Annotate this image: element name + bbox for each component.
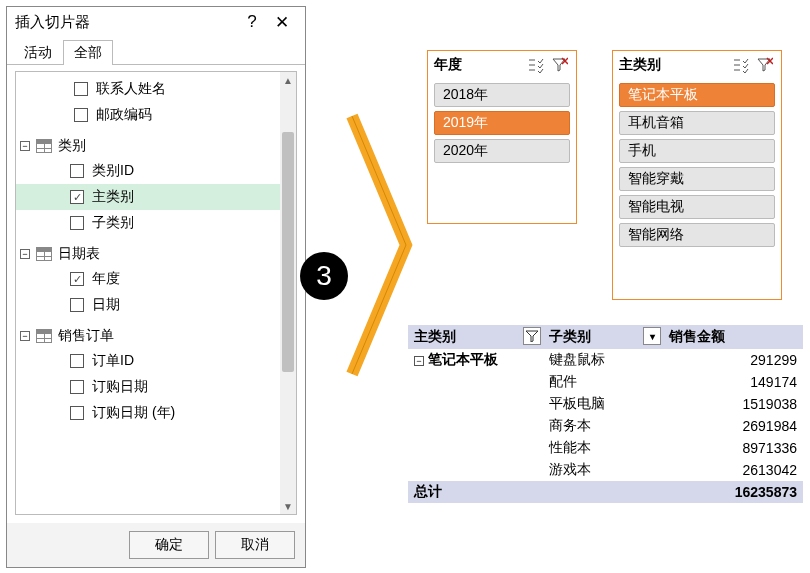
checkbox-unchecked-icon[interactable] <box>74 82 88 96</box>
scroll-down-icon[interactable]: ▼ <box>280 498 296 514</box>
slicer-item[interactable]: 智能穿戴 <box>619 167 775 191</box>
pivot-amount-value: 291299 <box>663 349 803 371</box>
tab-all[interactable]: 全部 <box>63 40 113 65</box>
group-header[interactable]: − 类别 <box>16 134 280 158</box>
field-row[interactable]: 类别ID <box>16 158 280 184</box>
pivot-data-row: 配件149174 <box>408 371 803 393</box>
slicer-item[interactable]: 2020年 <box>434 139 570 163</box>
slicer-item[interactable]: 2018年 <box>434 83 570 107</box>
slicer-header: 年度 <box>428 51 576 79</box>
pivot-total-row: 总计 16235873 <box>408 481 803 503</box>
slicer-body: 2018年 2019年 2020年 <box>428 79 576 223</box>
dialog-title-bar: 插入切片器 ? ✕ <box>7 7 305 37</box>
slicer-year[interactable]: 年度 2018年 2019年 2020年 <box>427 50 577 224</box>
cancel-button[interactable]: 取消 <box>215 531 295 559</box>
filter-dropdown-icon[interactable] <box>523 327 541 345</box>
slicer-item[interactable]: 智能电视 <box>619 195 775 219</box>
checkbox-unchecked-icon[interactable] <box>70 380 84 394</box>
group-datetable: − 日期表 年度 日期 <box>16 242 280 318</box>
field-label: 订单ID <box>92 352 134 370</box>
pivot-header-maincat[interactable]: 主类别 <box>408 325 543 349</box>
pivot-row-label[interactable]: −笔记本平板 <box>408 349 543 371</box>
group-label: 日期表 <box>58 245 100 263</box>
checkbox-unchecked-icon[interactable] <box>70 164 84 178</box>
field-row[interactable]: 订单ID <box>16 348 280 374</box>
minus-icon[interactable]: − <box>20 331 30 341</box>
pivot-amount-value: 2613042 <box>663 459 803 481</box>
field-label: 子类别 <box>92 214 134 232</box>
slicer-item[interactable]: 耳机音箱 <box>619 111 775 135</box>
scroll-up-icon[interactable]: ▲ <box>280 72 296 88</box>
checkbox-unchecked-icon[interactable] <box>70 298 84 312</box>
pivot-amount-value: 2691984 <box>663 415 803 437</box>
checkbox-unchecked-icon[interactable] <box>70 216 84 230</box>
field-label: 主类别 <box>92 188 134 206</box>
slicer-item-selected[interactable]: 笔记本平板 <box>619 83 775 107</box>
slicer-main-category[interactable]: 主类别 笔记本平板 耳机音箱 手机 智能穿戴 智能电视 智能网络 <box>612 50 782 300</box>
field-label: 订购日期 <box>92 378 148 396</box>
field-row[interactable]: 订购日期 (年) <box>16 400 280 426</box>
checkbox-unchecked-icon[interactable] <box>70 406 84 420</box>
minus-icon[interactable]: − <box>20 249 30 259</box>
scrollbar-thumb[interactable] <box>282 132 294 372</box>
field-row[interactable]: 子类别 <box>16 210 280 236</box>
field-row-selected[interactable]: 主类别 <box>16 184 280 210</box>
clear-filter-icon[interactable] <box>755 55 775 75</box>
vertical-scrollbar[interactable]: ▲ ▼ <box>280 72 296 514</box>
field-row[interactable]: 邮政编码 <box>16 102 280 128</box>
field-list-pane: 联系人姓名 邮政编码 − 类别 类别ID 主类别 <box>15 71 297 515</box>
pivot-header-row: 主类别 子类别 ▾ 销售金额 <box>408 325 803 349</box>
dropdown-icon[interactable]: ▾ <box>643 327 661 345</box>
pivot-data-row: 平板电脑1519038 <box>408 393 803 415</box>
field-row[interactable]: 日期 <box>16 292 280 318</box>
dialog-title: 插入切片器 <box>15 13 237 32</box>
slicer-item[interactable]: 手机 <box>619 139 775 163</box>
pivot-amount-value: 149174 <box>663 371 803 393</box>
pivot-data-row: 商务本2691984 <box>408 415 803 437</box>
pivot-header-subcat[interactable]: 子类别 ▾ <box>543 325 663 349</box>
pivot-total-label: 总计 <box>408 481 543 503</box>
slicer-item-selected[interactable]: 2019年 <box>434 111 570 135</box>
pivot-header-label: 主类别 <box>414 328 456 344</box>
step-badge-3: 3 <box>300 252 348 300</box>
field-label: 邮政编码 <box>96 106 152 124</box>
field-row[interactable]: 联系人姓名 <box>16 76 280 102</box>
field-label: 订购日期 (年) <box>92 404 175 422</box>
field-row[interactable]: 年度 <box>16 266 280 292</box>
checkbox-unchecked-icon[interactable] <box>74 108 88 122</box>
help-button[interactable]: ? <box>237 12 267 32</box>
pivot-subcat-value: 键盘鼠标 <box>543 349 663 371</box>
checkbox-checked-icon[interactable] <box>70 190 84 204</box>
arrow-right-icon <box>346 110 416 380</box>
group-header[interactable]: − 销售订单 <box>16 324 280 348</box>
close-button[interactable]: ✕ <box>267 12 297 33</box>
collapse-icon[interactable]: − <box>414 356 424 366</box>
group-header[interactable]: − 日期表 <box>16 242 280 266</box>
pivot-maincat-value: 笔记本平板 <box>428 351 498 367</box>
group-label: 类别 <box>58 137 86 155</box>
ok-button[interactable]: 确定 <box>129 531 209 559</box>
pivot-subcat-value: 配件 <box>543 371 663 393</box>
slicer-item[interactable]: 智能网络 <box>619 223 775 247</box>
group-category: − 类别 类别ID 主类别 子类别 <box>16 134 280 236</box>
pivot-subcat-value: 平板电脑 <box>543 393 663 415</box>
multi-select-icon[interactable] <box>731 55 751 75</box>
field-label: 类别ID <box>92 162 134 180</box>
table-icon <box>36 247 52 261</box>
checkbox-unchecked-icon[interactable] <box>70 354 84 368</box>
clear-filter-icon[interactable] <box>550 55 570 75</box>
pivot-subcat-value: 性能本 <box>543 437 663 459</box>
table-icon <box>36 139 52 153</box>
tab-active[interactable]: 活动 <box>13 40 63 65</box>
dialog-footer: 确定 取消 <box>7 523 305 567</box>
insert-slicer-dialog: 插入切片器 ? ✕ 活动 全部 联系人姓名 邮政编码 − 类别 <box>6 6 306 568</box>
pivot-header-label: 子类别 <box>549 328 591 344</box>
checkbox-checked-icon[interactable] <box>70 272 84 286</box>
minus-icon[interactable]: − <box>20 141 30 151</box>
multi-select-icon[interactable] <box>526 55 546 75</box>
pivot-amount-value: 1519038 <box>663 393 803 415</box>
slicer-body: 笔记本平板 耳机音箱 手机 智能穿戴 智能电视 智能网络 <box>613 79 781 299</box>
slicer-title: 主类别 <box>619 56 727 74</box>
field-label: 年度 <box>92 270 120 288</box>
field-row[interactable]: 订购日期 <box>16 374 280 400</box>
